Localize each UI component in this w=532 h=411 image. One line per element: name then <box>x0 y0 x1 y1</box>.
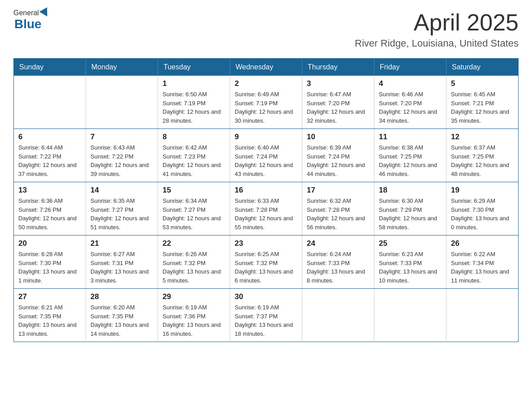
weekday-header-sunday: Sunday <box>14 59 86 76</box>
weekday-header-thursday: Thursday <box>302 59 374 76</box>
calendar-cell: 5Sunrise: 6:45 AMSunset: 7:21 PMDaylight… <box>446 76 519 129</box>
day-info: Sunrise: 6:37 AMSunset: 7:25 PMDaylight:… <box>451 143 514 178</box>
day-info: Sunrise: 6:44 AMSunset: 7:22 PMDaylight:… <box>18 143 81 178</box>
month-title: April 2025 <box>355 9 519 36</box>
day-info: Sunrise: 6:24 AMSunset: 7:33 PMDaylight:… <box>307 250 369 285</box>
day-info: Sunrise: 6:28 AMSunset: 7:30 PMDaylight:… <box>18 250 81 285</box>
day-info: Sunrise: 6:43 AMSunset: 7:22 PMDaylight:… <box>90 143 153 178</box>
day-info: Sunrise: 6:19 AMSunset: 7:37 PMDaylight:… <box>235 303 297 338</box>
calendar-cell: 27Sunrise: 6:21 AMSunset: 7:35 PMDayligh… <box>14 289 86 342</box>
day-number: 12 <box>451 133 514 141</box>
day-number: 29 <box>163 292 225 301</box>
day-number: 9 <box>235 133 297 141</box>
calendar-week-row: 6Sunrise: 6:44 AMSunset: 7:22 PMDaylight… <box>14 129 519 182</box>
day-info: Sunrise: 6:20 AMSunset: 7:35 PMDaylight:… <box>90 303 153 338</box>
location-title: River Ridge, Louisiana, United States <box>355 38 519 49</box>
day-info: Sunrise: 6:50 AMSunset: 7:19 PMDaylight:… <box>163 90 225 125</box>
day-number: 13 <box>18 186 81 195</box>
day-info: Sunrise: 6:22 AMSunset: 7:34 PMDaylight:… <box>451 250 514 285</box>
day-number: 11 <box>379 133 442 141</box>
day-info: Sunrise: 6:40 AMSunset: 7:24 PMDaylight:… <box>235 143 297 178</box>
day-number: 3 <box>307 79 369 88</box>
day-number: 17 <box>307 186 369 195</box>
calendar-cell <box>14 76 86 129</box>
calendar-cell: 25Sunrise: 6:23 AMSunset: 7:33 PMDayligh… <box>374 235 446 289</box>
day-info: Sunrise: 6:25 AMSunset: 7:32 PMDaylight:… <box>235 250 297 285</box>
day-info: Sunrise: 6:26 AMSunset: 7:32 PMDaylight:… <box>163 250 225 285</box>
page-header: General Blue April 2025 River Ridge, Lou… <box>13 9 519 49</box>
day-info: Sunrise: 6:19 AMSunset: 7:36 PMDaylight:… <box>163 303 225 338</box>
calendar-week-row: 13Sunrise: 6:36 AMSunset: 7:26 PMDayligh… <box>14 182 519 235</box>
weekday-header-monday: Monday <box>86 59 158 76</box>
day-number: 23 <box>235 239 297 248</box>
calendar-cell: 26Sunrise: 6:22 AMSunset: 7:34 PMDayligh… <box>446 235 519 289</box>
calendar-cell: 15Sunrise: 6:34 AMSunset: 7:27 PMDayligh… <box>158 182 230 235</box>
day-info: Sunrise: 6:32 AMSunset: 7:28 PMDaylight:… <box>307 197 369 231</box>
day-info: Sunrise: 6:27 AMSunset: 7:31 PMDaylight:… <box>90 250 153 285</box>
day-number: 28 <box>90 292 153 301</box>
day-number: 1 <box>163 79 225 88</box>
calendar-cell: 8Sunrise: 6:42 AMSunset: 7:23 PMDaylight… <box>158 129 230 182</box>
day-number: 20 <box>18 239 81 248</box>
logo-general-text: General <box>13 9 39 17</box>
calendar-cell <box>446 289 519 342</box>
day-number: 22 <box>163 239 225 248</box>
calendar-cell: 24Sunrise: 6:24 AMSunset: 7:33 PMDayligh… <box>302 235 374 289</box>
day-number: 21 <box>90 239 153 248</box>
calendar-cell: 12Sunrise: 6:37 AMSunset: 7:25 PMDayligh… <box>446 129 519 182</box>
calendar-cell: 20Sunrise: 6:28 AMSunset: 7:30 PMDayligh… <box>14 235 86 289</box>
calendar-cell: 9Sunrise: 6:40 AMSunset: 7:24 PMDaylight… <box>230 129 302 182</box>
calendar-cell: 23Sunrise: 6:25 AMSunset: 7:32 PMDayligh… <box>230 235 302 289</box>
day-number: 15 <box>163 186 225 195</box>
calendar-week-row: 20Sunrise: 6:28 AMSunset: 7:30 PMDayligh… <box>14 235 519 289</box>
weekday-header-tuesday: Tuesday <box>158 59 230 76</box>
calendar-cell <box>374 289 446 342</box>
calendar-table: SundayMondayTuesdayWednesdayThursdayFrid… <box>13 58 519 342</box>
day-info: Sunrise: 6:39 AMSunset: 7:24 PMDaylight:… <box>307 143 369 178</box>
calendar-cell: 16Sunrise: 6:33 AMSunset: 7:28 PMDayligh… <box>230 182 302 235</box>
calendar-cell: 10Sunrise: 6:39 AMSunset: 7:24 PMDayligh… <box>302 129 374 182</box>
day-number: 25 <box>379 239 442 248</box>
calendar-cell: 21Sunrise: 6:27 AMSunset: 7:31 PMDayligh… <box>86 235 158 289</box>
day-info: Sunrise: 6:46 AMSunset: 7:20 PMDaylight:… <box>379 90 442 125</box>
calendar-cell: 17Sunrise: 6:32 AMSunset: 7:28 PMDayligh… <box>302 182 374 235</box>
calendar-cell: 7Sunrise: 6:43 AMSunset: 7:22 PMDaylight… <box>86 129 158 182</box>
day-number: 7 <box>90 133 153 141</box>
day-number: 10 <box>307 133 369 141</box>
logo: General Blue <box>13 9 51 31</box>
day-number: 18 <box>379 186 442 195</box>
day-number: 8 <box>163 133 225 141</box>
day-info: Sunrise: 6:47 AMSunset: 7:20 PMDaylight:… <box>307 90 369 125</box>
day-info: Sunrise: 6:29 AMSunset: 7:30 PMDaylight:… <box>451 197 514 231</box>
calendar-cell: 28Sunrise: 6:20 AMSunset: 7:35 PMDayligh… <box>86 289 158 342</box>
weekday-header-wednesday: Wednesday <box>230 59 302 76</box>
day-number: 2 <box>235 79 297 88</box>
day-number: 14 <box>90 186 153 195</box>
day-number: 24 <box>307 239 369 248</box>
calendar-cell <box>302 289 374 342</box>
day-info: Sunrise: 6:21 AMSunset: 7:35 PMDaylight:… <box>18 303 81 338</box>
day-info: Sunrise: 6:45 AMSunset: 7:21 PMDaylight:… <box>451 90 514 125</box>
calendar-cell: 14Sunrise: 6:35 AMSunset: 7:27 PMDayligh… <box>86 182 158 235</box>
calendar-cell: 3Sunrise: 6:47 AMSunset: 7:20 PMDaylight… <box>302 76 374 129</box>
day-info: Sunrise: 6:42 AMSunset: 7:23 PMDaylight:… <box>163 143 225 178</box>
day-number: 4 <box>379 79 442 88</box>
logo-blue-text: Blue <box>14 17 42 31</box>
day-number: 6 <box>18 133 81 141</box>
calendar-cell: 29Sunrise: 6:19 AMSunset: 7:36 PMDayligh… <box>158 289 230 342</box>
day-info: Sunrise: 6:49 AMSunset: 7:19 PMDaylight:… <box>235 90 297 125</box>
day-number: 5 <box>451 79 514 88</box>
day-number: 16 <box>235 186 297 195</box>
calendar-cell: 2Sunrise: 6:49 AMSunset: 7:19 PMDaylight… <box>230 76 302 129</box>
calendar-cell: 13Sunrise: 6:36 AMSunset: 7:26 PMDayligh… <box>14 182 86 235</box>
calendar-cell: 18Sunrise: 6:30 AMSunset: 7:29 PMDayligh… <box>374 182 446 235</box>
day-number: 27 <box>18 292 81 301</box>
day-number: 19 <box>451 186 514 195</box>
weekday-header-row: SundayMondayTuesdayWednesdayThursdayFrid… <box>14 59 519 76</box>
calendar-week-row: 1Sunrise: 6:50 AMSunset: 7:19 PMDaylight… <box>14 76 519 129</box>
day-info: Sunrise: 6:35 AMSunset: 7:27 PMDaylight:… <box>90 197 153 231</box>
calendar-cell: 4Sunrise: 6:46 AMSunset: 7:20 PMDaylight… <box>374 76 446 129</box>
day-info: Sunrise: 6:34 AMSunset: 7:27 PMDaylight:… <box>163 197 225 231</box>
day-info: Sunrise: 6:38 AMSunset: 7:25 PMDaylight:… <box>379 143 442 178</box>
calendar-cell: 30Sunrise: 6:19 AMSunset: 7:37 PMDayligh… <box>230 289 302 342</box>
